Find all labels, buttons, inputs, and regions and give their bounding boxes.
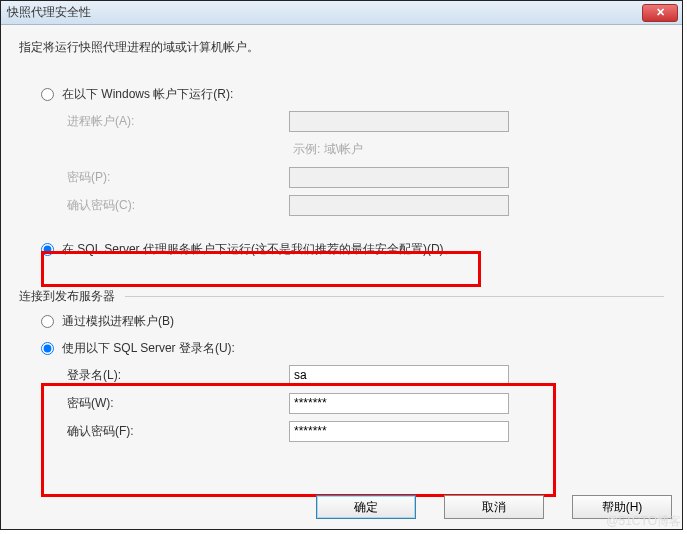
login-label: 登录名(L): (67, 367, 289, 384)
titlebar: 快照代理安全性 ✕ (1, 1, 682, 25)
conn-confirm-label: 确认密码(F): (67, 423, 289, 440)
example-hint: 示例: 域\帐户 (293, 141, 363, 158)
password-input[interactable] (289, 167, 509, 188)
radio-windows-input[interactable] (41, 88, 54, 101)
dialog-content: 指定将运行快照代理进程的域或计算机帐户。 在以下 Windows 帐户下运行(R… (1, 25, 682, 529)
cancel-button[interactable]: 取消 (444, 495, 544, 519)
radio-impersonate-input[interactable] (41, 315, 54, 328)
confirm-password-label: 确认密码(C): (67, 197, 289, 214)
radio-impersonate[interactable]: 通过模拟进程帐户(B) (41, 311, 664, 332)
radio-windows-account[interactable]: 在以下 Windows 帐户下运行(R): (41, 84, 664, 105)
password-label: 密码(P): (67, 169, 289, 186)
radio-sql-login[interactable]: 使用以下 SQL Server 登录名(U): (41, 338, 664, 359)
close-button[interactable]: ✕ (642, 4, 678, 22)
radio-windows-label: 在以下 Windows 帐户下运行(R): (62, 86, 233, 103)
login-input[interactable] (289, 365, 509, 386)
connect-section: 通过模拟进程帐户(B) 使用以下 SQL Server 登录名(U): 登录名(… (41, 311, 664, 443)
close-icon: ✕ (656, 6, 665, 19)
radio-sql-agent-input[interactable] (41, 243, 54, 256)
confirm-password-input[interactable] (289, 195, 509, 216)
button-bar: 确定 取消 帮助(H) (316, 495, 672, 519)
description-text: 指定将运行快照代理进程的域或计算机帐户。 (19, 39, 664, 56)
conn-confirm-input[interactable] (289, 421, 509, 442)
radio-sql-login-label: 使用以下 SQL Server 登录名(U): (62, 340, 235, 357)
conn-password-label: 密码(W): (67, 395, 289, 412)
dialog-window: 快照代理安全性 ✕ 指定将运行快照代理进程的域或计算机帐户。 在以下 Windo… (0, 0, 683, 530)
ok-button[interactable]: 确定 (316, 495, 416, 519)
process-account-label: 进程帐户(A): (67, 113, 289, 130)
conn-password-input[interactable] (289, 393, 509, 414)
radio-impersonate-label: 通过模拟进程帐户(B) (62, 313, 174, 330)
window-title: 快照代理安全性 (7, 4, 91, 21)
radio-sql-login-input[interactable] (41, 342, 54, 355)
connect-heading: 连接到发布服务器 (19, 288, 664, 305)
process-account-input[interactable] (289, 111, 509, 132)
radio-sql-agent[interactable]: 在 SQL Server 代理服务帐户下运行(这不是我们推荐的最佳安全配置)(D… (41, 239, 664, 260)
radio-sql-agent-label: 在 SQL Server 代理服务帐户下运行(这不是我们推荐的最佳安全配置)(D… (62, 241, 456, 258)
run-under-section: 在以下 Windows 帐户下运行(R): 进程帐户(A): 示例: 域\帐户 … (41, 84, 664, 260)
help-button[interactable]: 帮助(H) (572, 495, 672, 519)
